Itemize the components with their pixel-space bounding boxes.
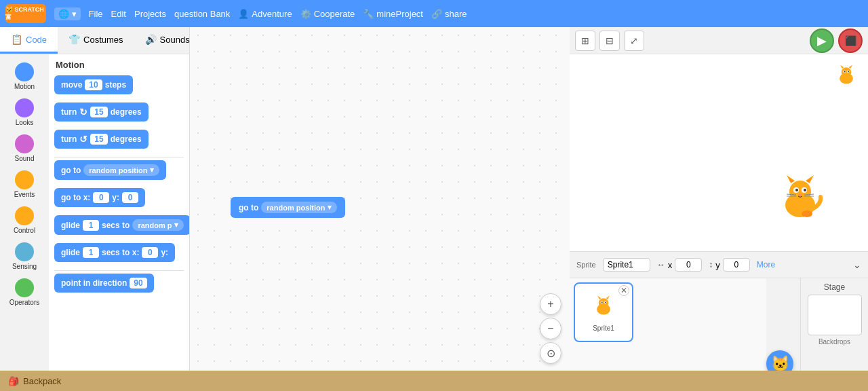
logo-text: 🐱 SCRATCH富: [5, 6, 46, 22]
zoom-out-button[interactable]: −: [540, 318, 561, 339]
nav-questionbank[interactable]: question Bank: [174, 9, 230, 19]
sprite-name-input[interactable]: [603, 258, 650, 272]
block-move-input[interactable]: 10: [85, 79, 102, 90]
block-move[interactable]: move 10 steps: [54, 75, 133, 94]
block-goto-dropdown[interactable]: random position ▾: [83, 164, 159, 176]
block-glide-xy[interactable]: glide 1 secs to x: 0 y:: [54, 243, 175, 262]
expand-button[interactable]: ⌄: [853, 259, 861, 270]
tab-code[interactable]: 📋 Code: [0, 27, 58, 54]
block-glide-r-secs[interactable]: 1: [83, 220, 99, 231]
x-arrow-icon: ↔: [657, 260, 665, 269]
stage-thumbnail[interactable]: [808, 295, 862, 335]
block-goto-xy[interactable]: go to x: 0 y: 0: [54, 188, 145, 207]
block-turn-ccw-pre: turn: [61, 134, 77, 144]
category-looks-label: Looks: [16, 119, 34, 126]
x-input[interactable]: [675, 258, 702, 272]
svg-point-17: [842, 67, 851, 77]
svg-point-25: [599, 298, 608, 308]
nav-share[interactable]: 🔗 share: [431, 9, 467, 19]
stage-panel-label: Stage: [824, 282, 845, 292]
nav-projects[interactable]: Projects: [134, 9, 166, 19]
zoom-in-button[interactable]: +: [540, 293, 561, 315]
nav-adventure[interactable]: 👤 Adventure: [238, 9, 292, 19]
sprite-delete-button[interactable]: ✕: [618, 285, 629, 296]
nav-cooperate[interactable]: ⚙️ Cooperate: [300, 9, 355, 19]
nav-edit[interactable]: Edit: [111, 9, 126, 19]
layout-btn-2[interactable]: ⊟: [599, 31, 620, 51]
x-coord-group: ↔ x: [657, 258, 703, 272]
turn-ccw-icon: ↺: [79, 134, 87, 145]
y-arrow-icon: ↕: [709, 260, 713, 269]
blocks-panel: 📋 Code 👕 Costumes 🔊 Sounds Motion: [0, 27, 190, 391]
block-turn-cw-pre: turn: [61, 107, 77, 117]
script-goto-dropdown[interactable]: random position ▾: [261, 202, 336, 213]
block-point-dir-pre: point in direction: [61, 278, 127, 288]
block-move-pre: move: [61, 80, 82, 90]
block-turn-ccw-input[interactable]: 15: [90, 134, 107, 145]
svg-marker-19: [849, 65, 852, 69]
nav-mineproject[interactable]: 🔧 mineProject: [363, 9, 423, 19]
sprite-info-bar: Sprite ↔ x ↕ y More ⌄: [570, 251, 868, 278]
fullscreen-btn[interactable]: ⤢: [624, 31, 644, 51]
more-button[interactable]: More: [757, 260, 775, 269]
language-button[interactable]: 🌐 ▾: [54, 7, 81, 20]
svg-point-31: [605, 301, 606, 303]
category-sound[interactable]: Sound: [3, 132, 46, 165]
block-turn-cw-post: degrees: [111, 107, 142, 117]
block-glide-xy-x[interactable]: 0: [142, 247, 158, 258]
block-glide-xy-y: y:: [161, 248, 168, 257]
zoom-reset-button[interactable]: ⊙: [540, 342, 561, 364]
stop-button[interactable]: ⬛: [838, 29, 863, 53]
sprite-thumbnail: [591, 293, 616, 323]
category-motion[interactable]: Motion: [3, 60, 46, 93]
block-goto[interactable]: go to random position ▾: [54, 160, 166, 180]
category-events[interactable]: Events: [3, 168, 46, 201]
category-events-label: Events: [14, 191, 35, 198]
script-block-goto[interactable]: go to random position ▾: [231, 197, 345, 218]
backpack-icon: 🎒: [8, 376, 19, 386]
block-goto-y[interactable]: 0: [122, 192, 138, 203]
backpack-bar[interactable]: 🎒 Backpack: [0, 371, 868, 391]
category-looks[interactable]: Looks: [3, 96, 46, 129]
right-panel: ⊞ ⊟ ⤢ ▶ ⬛: [570, 27, 868, 391]
tab-costumes[interactable]: 👕 Costumes: [58, 27, 134, 54]
block-turn-cw-input[interactable]: 15: [90, 107, 107, 117]
block-point-dir[interactable]: point in direction 90: [54, 274, 154, 293]
block-glide-xy-mid: secs to x:: [102, 248, 139, 257]
svg-point-22: [844, 71, 846, 73]
cat-sprite-main[interactable]: [773, 170, 827, 224]
sprite-item[interactable]: ✕ Sprite1: [574, 282, 633, 342]
top-nav: 🐱 SCRATCH富 🌐 ▾ File Edit Projects questi…: [0, 0, 868, 27]
block-glide-xy-secs[interactable]: 1: [83, 247, 99, 258]
backpack-label: Backpack: [23, 376, 61, 386]
tab-code-label: Code: [26, 35, 47, 45]
nav-file[interactable]: File: [89, 9, 103, 19]
block-turn-cw[interactable]: turn ↻ 15 degrees: [54, 103, 149, 122]
y-input[interactable]: [723, 258, 750, 272]
block-glide-r-dropdown[interactable]: random p ▾: [132, 219, 183, 231]
palette-area: Motion Looks Sound Events Control: [0, 54, 189, 391]
dropdown-chevron-icon2: ▾: [174, 221, 178, 229]
dropdown-chevron-icon: ▾: [150, 166, 154, 174]
script-dropdown-chevron: ▾: [328, 203, 332, 212]
stage-controls: ⊞ ⊟ ⤢ ▶ ⬛: [570, 27, 868, 54]
category-operators[interactable]: Operators: [3, 276, 46, 309]
cat-sprite-small: [834, 62, 859, 87]
category-control[interactable]: Control: [3, 204, 46, 237]
script-goto-pre: go to: [239, 203, 258, 212]
svg-point-1: [789, 181, 811, 202]
block-turn-ccw[interactable]: turn ↺ 15 degrees: [54, 130, 149, 149]
tab-sounds-label: Sounds: [160, 35, 190, 45]
block-goto-x[interactable]: 0: [93, 192, 109, 203]
logo[interactable]: 🐱 SCRATCH富: [5, 4, 46, 23]
code-icon: 📋: [11, 34, 22, 45]
svg-marker-18: [840, 65, 844, 69]
layout-btn-1[interactable]: ⊞: [575, 31, 595, 51]
block-glide-random[interactable]: glide 1 secs to random p ▾: [54, 215, 189, 235]
categories-sidebar: Motion Looks Sound Events Control: [0, 54, 49, 391]
tab-bar: 📋 Code 👕 Costumes 🔊 Sounds: [0, 27, 189, 54]
block-point-dir-input[interactable]: 90: [130, 278, 146, 288]
category-sensing[interactable]: Sensing: [3, 240, 46, 273]
turn-cw-icon: ↻: [79, 107, 87, 117]
green-flag-button[interactable]: ▶: [810, 29, 834, 53]
